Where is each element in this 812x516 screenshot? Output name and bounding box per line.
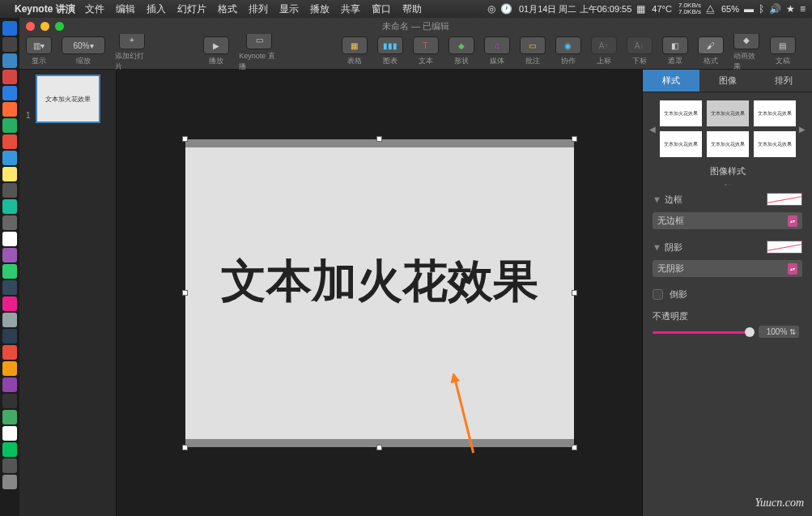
border-dropdown[interactable]: 无边框 ▴▾: [653, 212, 802, 229]
dock-app-24[interactable]: [2, 394, 17, 408]
style-swatch-3[interactable]: 文本加火花效果: [754, 100, 796, 126]
compass-icon[interactable]: ◎: [487, 3, 495, 15]
document-inspector-button[interactable]: ▤: [770, 36, 796, 54]
dock-app-18[interactable]: [2, 296, 17, 311]
style-swatch-5[interactable]: 文本加火花效果: [707, 131, 749, 157]
shadow-color-swatch[interactable]: [767, 241, 802, 254]
dock-app-19[interactable]: [2, 313, 17, 327]
dock-app-21[interactable]: [2, 345, 17, 360]
style-swatch-2[interactable]: 文本加火花效果: [707, 100, 749, 126]
dock-app-13[interactable]: [2, 215, 17, 230]
list-icon[interactable]: ≡: [800, 3, 806, 15]
dock-app-8[interactable]: [2, 134, 17, 149]
dock-app-1[interactable]: [2, 21, 17, 36]
format-inspector-button[interactable]: 🖌: [698, 36, 724, 54]
mask-button[interactable]: ◧: [662, 36, 688, 54]
stepper-icon[interactable]: ▴▾: [788, 263, 797, 275]
dock-app-4[interactable]: [2, 70, 17, 84]
menu-arrange[interactable]: 排列: [249, 2, 268, 16]
wifi-icon[interactable]: ⧋: [706, 3, 715, 15]
menu-insert[interactable]: 插入: [147, 2, 166, 16]
battery-icon[interactable]: ▬: [744, 3, 754, 15]
opacity-value[interactable]: 100% ⇅: [759, 326, 799, 338]
slide-canvas[interactable]: 文本加火花效果: [117, 70, 642, 516]
tab-image[interactable]: 图像: [699, 70, 756, 92]
selection-handle-tc[interactable]: [376, 136, 382, 142]
star-icon[interactable]: ★: [786, 3, 795, 15]
styles-prev-icon[interactable]: ◀: [649, 125, 656, 134]
selection-handle-tl[interactable]: [182, 136, 188, 142]
menu-file[interactable]: 文件: [85, 2, 104, 16]
dock-app-6[interactable]: [2, 102, 17, 117]
border-color-swatch[interactable]: [767, 193, 802, 206]
text-button[interactable]: T: [413, 36, 439, 54]
menu-edit[interactable]: 编辑: [116, 2, 135, 16]
menu-play[interactable]: 播放: [310, 2, 329, 16]
media-button[interactable]: ♫: [484, 36, 510, 54]
close-button[interactable]: [26, 22, 35, 31]
menu-format[interactable]: 格式: [218, 2, 237, 16]
dock-app-10[interactable]: [2, 167, 17, 181]
selection-handle-bc[interactable]: [376, 445, 382, 450]
selection-handle-bl[interactable]: [182, 445, 188, 450]
play-button[interactable]: ▶: [203, 36, 229, 54]
slider-knob[interactable]: [745, 327, 755, 337]
dock-app-23[interactable]: [2, 377, 17, 392]
menubar-battery[interactable]: 65%: [721, 4, 739, 14]
maximize-button[interactable]: [55, 22, 64, 31]
dock-app-29[interactable]: [2, 475, 17, 489]
shape-button[interactable]: ◆: [449, 36, 474, 54]
dock-app-9[interactable]: [2, 151, 17, 165]
tab-style[interactable]: 样式: [643, 70, 699, 92]
dock-app-26[interactable]: [2, 426, 17, 441]
dock-app-16[interactable]: [2, 264, 17, 279]
dock-app-27[interactable]: [2, 442, 17, 457]
dock-app-11[interactable]: [2, 183, 17, 198]
dock-app-20[interactable]: [2, 329, 17, 343]
menu-share[interactable]: 共享: [341, 2, 360, 16]
menu-slide[interactable]: 幻灯片: [177, 2, 206, 16]
volume-icon[interactable]: 🔊: [769, 3, 781, 15]
dock-app-28[interactable]: [2, 458, 17, 473]
dock-app-12[interactable]: [2, 199, 17, 214]
comment-button[interactable]: ▭: [520, 36, 546, 54]
menubar-net[interactable]: 7.0KB/s7.0KB/s: [678, 2, 701, 15]
menubar-temp[interactable]: 47°C: [652, 4, 672, 14]
collab-button[interactable]: ◉: [555, 36, 581, 54]
slide-thumbnail-1[interactable]: 1 文本加火花效果: [36, 75, 100, 123]
bluetooth-icon[interactable]: ᛒ: [759, 3, 764, 15]
dock-app-5[interactable]: [2, 86, 17, 100]
display-icon[interactable]: ▦: [636, 3, 645, 15]
dock-app-14[interactable]: [2, 232, 17, 246]
shadow-disclosure-icon[interactable]: ▼: [653, 242, 661, 252]
dock-app-2[interactable]: [2, 37, 17, 52]
minimize-button[interactable]: [40, 22, 49, 31]
dock-app-3[interactable]: [2, 53, 17, 68]
selection-handle-br[interactable]: [572, 445, 577, 450]
styles-next-icon[interactable]: ▶: [799, 125, 806, 134]
slide-text[interactable]: 文本加火花效果: [185, 245, 574, 319]
table-button[interactable]: ▦: [342, 36, 368, 54]
dock-app-17[interactable]: [2, 280, 17, 295]
dock-app-15[interactable]: [2, 248, 17, 262]
shadow-dropdown[interactable]: 无阴影 ▴▾: [653, 260, 802, 277]
reflection-checkbox[interactable]: [653, 289, 663, 300]
clock-icon[interactable]: 🕐: [500, 3, 512, 15]
stepper-icon[interactable]: ▴▾: [788, 215, 797, 227]
chart-button[interactable]: ▮▮▮: [377, 36, 403, 54]
opacity-slider[interactable]: [653, 331, 750, 334]
style-swatch-4[interactable]: 文本加火花效果: [660, 131, 702, 157]
selection-handle-tr[interactable]: [572, 136, 577, 142]
style-swatch-1[interactable]: 文本加火花效果: [660, 100, 702, 126]
style-swatch-6[interactable]: 文本加火花效果: [754, 131, 796, 157]
border-disclosure-icon[interactable]: ▼: [653, 194, 661, 204]
menu-window[interactable]: 窗口: [372, 2, 391, 16]
tab-arrange[interactable]: 排列: [755, 70, 812, 92]
menu-help[interactable]: 帮助: [402, 2, 422, 16]
menu-view[interactable]: 显示: [279, 2, 299, 16]
slide[interactable]: 文本加火花效果: [185, 139, 574, 447]
zoom-dropdown[interactable]: 60% ▾: [62, 36, 105, 54]
view-button[interactable]: ▥▾: [26, 36, 52, 54]
menubar-datetime[interactable]: 01月14日 周二 上午06:09:55: [519, 3, 631, 15]
dock-app-25[interactable]: [2, 410, 17, 424]
